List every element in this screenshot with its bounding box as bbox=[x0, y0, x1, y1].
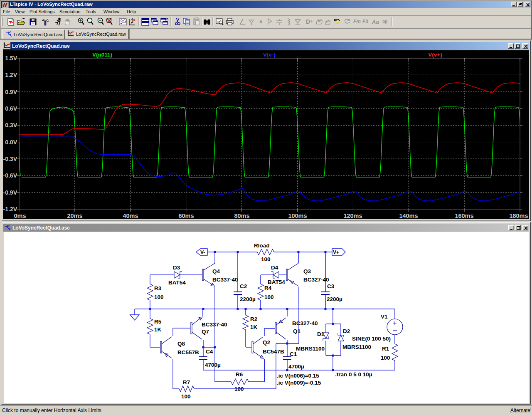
svg-text:4700µ: 4700µ bbox=[288, 363, 304, 370]
svg-text:D: D bbox=[306, 18, 310, 25]
svg-text:80ms: 80ms bbox=[234, 212, 249, 219]
svg-text:Rload: Rload bbox=[254, 242, 270, 249]
svg-text:4700µ: 4700µ bbox=[205, 362, 221, 368]
svg-text:Q1: Q1 bbox=[293, 328, 301, 334]
svg-text:40ms: 40ms bbox=[123, 212, 138, 219]
svg-text:20ms: 20ms bbox=[67, 212, 82, 219]
svg-text:R2: R2 bbox=[250, 316, 257, 322]
svg-text:1.5V: 1.5V bbox=[5, 55, 17, 62]
svg-text:100: 100 bbox=[154, 294, 164, 300]
svg-text:100: 100 bbox=[234, 386, 244, 392]
svg-text:100ms: 100ms bbox=[288, 212, 307, 219]
svg-text:R1: R1 bbox=[382, 346, 389, 352]
svg-text:V(n011): V(n011) bbox=[92, 52, 112, 58]
svg-text:.tran 0 5 0 10µ: .tran 0 5 0 10µ bbox=[335, 371, 372, 378]
svg-text:BC557B: BC557B bbox=[177, 349, 199, 356]
svg-text:C2: C2 bbox=[240, 283, 247, 289]
svg-text:0.3V: 0.3V bbox=[5, 122, 17, 128]
svg-text:1K: 1K bbox=[250, 324, 258, 330]
svg-text:V(v+): V(v+) bbox=[428, 52, 442, 58]
svg-text:100: 100 bbox=[381, 355, 390, 361]
svg-text:2200µ: 2200µ bbox=[240, 296, 256, 302]
svg-text:140ms: 140ms bbox=[399, 212, 418, 219]
svg-text:1.2V: 1.2V bbox=[5, 72, 17, 78]
svg-text:C3: C3 bbox=[327, 283, 335, 289]
svg-text:0.0V: 0.0V bbox=[5, 139, 17, 146]
svg-text:D4: D4 bbox=[271, 264, 278, 271]
svg-text:D1: D1 bbox=[317, 331, 325, 337]
svg-text:R3: R3 bbox=[154, 285, 162, 291]
svg-text:-0.6V: -0.6V bbox=[3, 172, 17, 179]
svg-text:180ms: 180ms bbox=[509, 212, 528, 219]
svg-text:2200µ: 2200µ bbox=[327, 296, 342, 302]
svg-text:V(v-): V(v-) bbox=[263, 52, 276, 58]
svg-text:MBRS1100: MBRS1100 bbox=[342, 344, 371, 350]
svg-text:R7: R7 bbox=[183, 379, 190, 385]
svg-text:100: 100 bbox=[261, 256, 271, 262]
svg-text:.ic V(n009)=-0.15: .ic V(n009)=-0.15 bbox=[277, 380, 321, 386]
svg-text:160ms: 160ms bbox=[455, 212, 473, 219]
svg-text:.ic V(n006)=0.15: .ic V(n006)=0.15 bbox=[277, 373, 319, 379]
svg-text:BC547B: BC547B bbox=[263, 348, 284, 355]
svg-text:BAT54: BAT54 bbox=[168, 279, 186, 286]
svg-text:-0.3V: -0.3V bbox=[3, 156, 17, 162]
svg-text:C4: C4 bbox=[206, 348, 213, 355]
svg-text:BC337-40: BC337-40 bbox=[202, 321, 227, 328]
svg-text:BC327-40: BC327-40 bbox=[292, 320, 318, 326]
svg-text:D2: D2 bbox=[343, 328, 350, 334]
svg-text:Fm: Fm bbox=[353, 19, 361, 25]
svg-text:BAT54: BAT54 bbox=[268, 279, 285, 285]
svg-text:Q4: Q4 bbox=[212, 268, 220, 274]
svg-text:1K: 1K bbox=[154, 326, 162, 333]
svg-text:BC327-40: BC327-40 bbox=[303, 277, 329, 283]
svg-text:-0.9V: -0.9V bbox=[3, 189, 17, 196]
svg-text:100: 100 bbox=[264, 294, 274, 300]
svg-text:0.6V: 0.6V bbox=[5, 105, 17, 112]
svg-text:Aa: Aa bbox=[372, 19, 379, 25]
svg-text:100: 100 bbox=[181, 393, 191, 400]
svg-text:C1: C1 bbox=[290, 351, 297, 357]
svg-text:0ms: 0ms bbox=[14, 212, 26, 219]
svg-text:Q2: Q2 bbox=[263, 339, 270, 346]
svg-text:Q8: Q8 bbox=[177, 341, 185, 347]
svg-text:Q3: Q3 bbox=[303, 268, 311, 274]
svg-text:Q7: Q7 bbox=[202, 329, 209, 335]
svg-text:F3: F3 bbox=[362, 19, 368, 25]
svg-text:R5: R5 bbox=[154, 319, 162, 325]
svg-text:MBRS1100: MBRS1100 bbox=[296, 346, 325, 352]
svg-text:op: op bbox=[382, 19, 387, 24]
svg-text:R6: R6 bbox=[236, 371, 243, 378]
svg-text:SINE(0 100 50): SINE(0 100 50) bbox=[352, 336, 391, 342]
svg-text:-1.2V: -1.2V bbox=[3, 206, 17, 212]
svg-text:0.9V: 0.9V bbox=[5, 89, 17, 95]
svg-text:A: A bbox=[259, 20, 262, 24]
svg-text:R4: R4 bbox=[264, 285, 272, 291]
svg-text:V+: V+ bbox=[333, 249, 339, 255]
svg-text:V1: V1 bbox=[381, 314, 388, 320]
svg-text:60ms: 60ms bbox=[178, 212, 194, 219]
svg-text:120ms: 120ms bbox=[343, 212, 362, 219]
svg-text:V-: V- bbox=[200, 249, 205, 255]
svg-text:D3: D3 bbox=[173, 264, 180, 271]
svg-text:BC337-40: BC337-40 bbox=[212, 277, 238, 283]
